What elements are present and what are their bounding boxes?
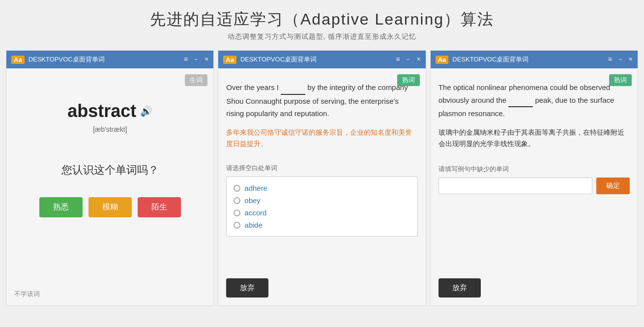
page-subtitle: 动态调整复习方式与测试题型, 循序渐进直至形成永久记忆 [0, 32, 644, 41]
choice-obey-label: obey [244, 196, 261, 205]
radio-adhere[interactable] [234, 185, 240, 192]
panel2-controls: ≡ － × [396, 55, 420, 64]
panel2-menu-icon[interactable]: ≡ [396, 55, 400, 64]
panel1-title: DESKTOPVOC桌面背单词 [29, 55, 184, 64]
panel3-controls: ≡ － × [608, 55, 633, 64]
panel3-titlebar: Aa DESKTOPVOC桌面背单词 ≡ － × [431, 51, 638, 68]
panel1-logo: Aa [11, 56, 25, 64]
radio-accord[interactable] [234, 209, 240, 216]
type-context-en: The optical nonlinear phenomena could be… [439, 81, 630, 120]
panel3-logo: Aa [436, 56, 449, 64]
choices-label: 请选择空白处单词 [226, 164, 417, 173]
skip-link[interactable]: 不学该词 [14, 290, 40, 298]
flashcard-phonetic: [æb'strækt] [14, 125, 205, 133]
panel3-abandon-button[interactable]: 放弃 [439, 278, 481, 297]
flashcard-question: 您认识这个单词吗？ [14, 163, 205, 178]
fill-context-en: Over the years I by the integrity of the… [226, 81, 417, 120]
panel2-body: 熟词 Over the years I by the integrity of … [218, 68, 425, 305]
radio-abide[interactable] [234, 222, 240, 229]
panel-type: Aa DESKTOPVOC桌面背单词 ≡ － × 熟词 The optical … [430, 50, 638, 306]
panel3-badge: 熟词 [609, 74, 632, 86]
type-input-field[interactable] [439, 178, 592, 194]
panel1-minimize-icon[interactable]: － [193, 55, 200, 64]
type-input-row: 确定 [439, 178, 630, 194]
new-button[interactable]: 陌生 [138, 197, 181, 217]
panel3-title: DESKTOPVOC桌面背单词 [452, 55, 608, 64]
speaker-icon[interactable]: 🔊 [140, 105, 152, 117]
panel3-body: 熟词 The optical nonlinear phenomena could… [431, 68, 638, 305]
panel1-close-icon[interactable]: × [205, 55, 208, 64]
blank-space [281, 81, 305, 95]
flashcard-word: abstract 🔊 [14, 101, 205, 121]
panel2-logo: Aa [223, 56, 236, 64]
choices-box: adhere obey accord abide [226, 177, 417, 237]
panel2-close-icon[interactable]: × [416, 55, 420, 64]
choice-adhere[interactable]: adhere [234, 182, 410, 194]
page-header: 先进的自适应学习（Adaptive Learning）算法 动态调整复习方式与测… [0, 0, 644, 45]
fill-context-cn: 多年来我公司恪守诚信守诺的服务宗旨，企业的知名度和美誉度日益提升。 [226, 127, 417, 150]
blank-space2 [508, 94, 533, 108]
panel1-badge: 生词 [185, 74, 207, 86]
choice-accord-label: accord [244, 208, 266, 217]
panel2-titlebar: Aa DESKTOPVOC桌面背单词 ≡ － × [218, 51, 425, 68]
panel-choice: Aa DESKTOPVOC桌面背单词 ≡ － × 熟词 Over the yea… [218, 50, 426, 306]
choice-accord[interactable]: accord [234, 207, 410, 219]
familiar-button[interactable]: 熟悉 [39, 197, 83, 217]
vague-button[interactable]: 模糊 [88, 197, 132, 217]
choice-adhere-label: adhere [244, 184, 267, 192]
panel3-close-icon[interactable]: × [629, 55, 633, 64]
confirm-button[interactable]: 确定 [596, 178, 630, 194]
choice-abide[interactable]: abide [234, 219, 410, 231]
panel-flashcard: Aa DESKTOPVOC桌面背单词 ≡ － × 生词 abstract 🔊 [… [6, 50, 214, 306]
choice-abide-label: abide [244, 221, 263, 229]
choice-obey[interactable]: obey [234, 194, 410, 207]
panel1-titlebar: Aa DESKTOPVOC桌面背单词 ≡ － × [6, 51, 213, 68]
page-title: 先进的自适应学习（Adaptive Learning）算法 [0, 9, 644, 30]
panel3-menu-icon[interactable]: ≡ [608, 55, 612, 64]
type-context-cn: 玻璃中的金属纳米粒子由于其表面等离子共振，在特征峰附近会出现明显的光学非线性现象… [439, 127, 630, 150]
flashcard-buttons: 熟悉 模糊 陌生 [14, 197, 205, 217]
panel1-menu-icon[interactable]: ≡ [184, 55, 188, 64]
panel2-badge: 熟词 [397, 74, 420, 86]
panel2-title: DESKTOPVOC桌面背单词 [240, 55, 396, 64]
panel3-minimize-icon[interactable]: － [617, 55, 624, 64]
panels-row: Aa DESKTOPVOC桌面背单词 ≡ － × 生词 abstract 🔊 [… [0, 50, 644, 306]
panel1-body: 生词 abstract 🔊 [æb'strækt] 您认识这个单词吗？ 熟悉 模… [6, 68, 213, 305]
radio-obey[interactable] [234, 197, 240, 204]
panel1-controls: ≡ － × [184, 55, 208, 64]
type-label: 请填写例句中缺少的单词 [439, 165, 630, 174]
panel2-minimize-icon[interactable]: － [405, 55, 411, 64]
panel2-abandon-button[interactable]: 放弃 [226, 278, 268, 297]
